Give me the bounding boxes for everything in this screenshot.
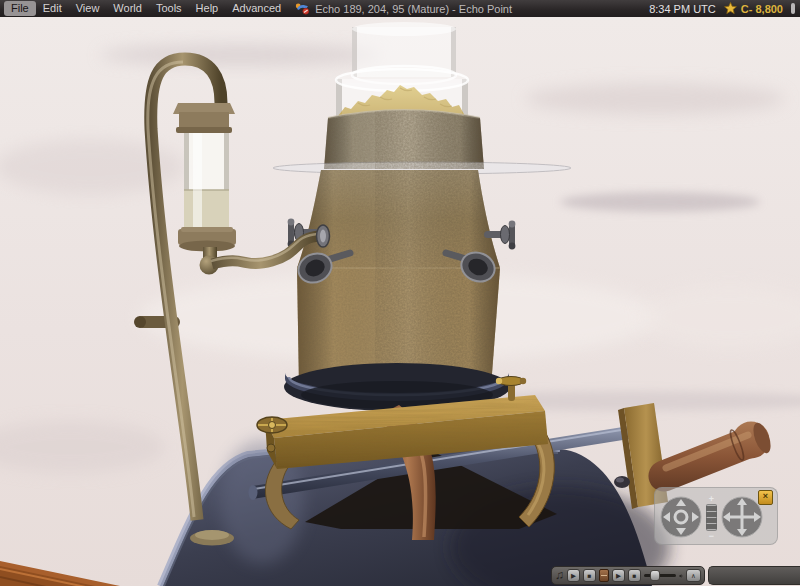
music-stop-button[interactable]: ■ (583, 569, 596, 582)
music-play-button[interactable]: ▶ (567, 569, 580, 582)
clock-label: 8:34 PM UTC (649, 3, 716, 15)
media-expand-button[interactable]: ∧ (686, 569, 701, 582)
floater-close-button[interactable]: × (758, 490, 773, 505)
media-controls-bar: ♫ ▶ ■ ▶ ■ ∧ (551, 566, 705, 585)
menu-help[interactable]: Help (189, 1, 226, 16)
menu-view[interactable]: View (69, 1, 107, 16)
location-label: Echo 189, 204, 95 (Mature) - Echo Point (315, 3, 512, 15)
master-volume-slider[interactable] (644, 569, 676, 582)
currency-star-icon (724, 2, 737, 15)
speaker-icon[interactable] (679, 570, 683, 582)
zoom-in-label[interactable]: + (709, 495, 714, 503)
media-play-button[interactable]: ▶ (612, 569, 625, 582)
camera-zoom-slider[interactable]: + − (704, 495, 719, 540)
menu-tools[interactable]: Tools (149, 1, 189, 16)
menu-bar-edge-handle (791, 3, 795, 14)
menu-file[interactable]: File (4, 1, 36, 16)
menu-edit[interactable]: Edit (36, 1, 69, 16)
camera-pan-pad[interactable] (721, 496, 763, 538)
music-note-icon: ♫ (555, 569, 564, 582)
menu-world[interactable]: World (106, 1, 149, 16)
volume-track[interactable] (644, 574, 676, 577)
volume-knob[interactable] (650, 570, 660, 581)
bottom-tray-bar[interactable] (708, 566, 800, 585)
camera-controls-floater[interactable]: + − × (654, 487, 778, 545)
region-restriction-icon (295, 2, 310, 15)
zoom-track[interactable] (706, 504, 717, 531)
camera-pan-icon (721, 496, 763, 538)
menu-bar: File Edit View World Tools Help Advanced… (0, 0, 800, 17)
camera-orbit-icon (660, 496, 702, 538)
parcel-media-icon (599, 569, 609, 582)
zoom-out-label[interactable]: − (709, 532, 714, 540)
balance-label[interactable]: C- 8,800 (741, 3, 783, 15)
media-stop-button[interactable]: ■ (628, 569, 641, 582)
camera-orbit-pad[interactable] (660, 496, 702, 538)
viewer-window: File Edit View World Tools Help Advanced… (0, 0, 800, 586)
menu-advanced[interactable]: Advanced (225, 1, 288, 16)
